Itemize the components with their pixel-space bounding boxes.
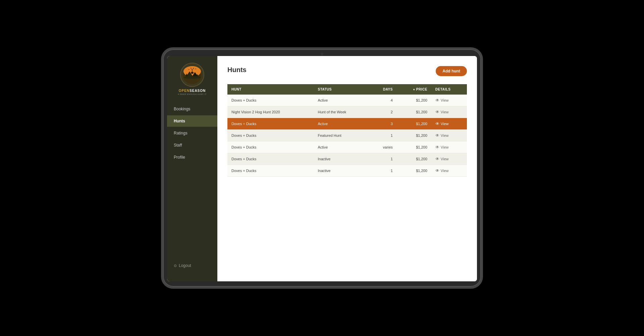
cell-details[interactable]: 👁View xyxy=(431,130,467,142)
cell-status: Hunt of the Week xyxy=(314,106,369,118)
col-days[interactable]: DAYS xyxy=(369,84,396,95)
cell-status: Active xyxy=(314,142,369,153)
col-hunt: HUNT xyxy=(227,84,314,95)
cell-status: Active xyxy=(314,118,369,130)
cell-days: 1 xyxy=(369,130,396,142)
cell-hunt: Doves + Ducks xyxy=(227,118,314,130)
view-button[interactable]: 👁View xyxy=(435,168,463,173)
col-details: DETAILS xyxy=(431,84,467,95)
sidebar-item-staff[interactable]: Staff xyxy=(167,139,217,151)
eye-icon: 👁 xyxy=(435,157,439,161)
logout-label: Logout xyxy=(179,263,191,268)
cell-days: varies xyxy=(369,142,396,153)
view-label: View xyxy=(441,122,449,126)
table-row[interactable]: Doves + DucksFeatured Hunt1$1,200👁View xyxy=(227,130,467,142)
cell-days: 4 xyxy=(369,95,396,106)
cell-price: $1,200 xyxy=(397,106,431,118)
logo-area: OPENSEASON A DEER ENOUGH HUNT IT xyxy=(178,63,207,95)
main-header: Hunts Add hunt xyxy=(227,66,467,76)
view-label: View xyxy=(441,133,449,137)
sidebar-item-profile[interactable]: Profile xyxy=(167,152,217,163)
svg-point-16 xyxy=(183,76,201,79)
page-title: Hunts xyxy=(227,66,247,74)
cell-details[interactable]: 👁View xyxy=(431,106,467,118)
view-label: View xyxy=(441,169,449,173)
table-row[interactable]: Night Vision 2 Hog Hunt 2020Hunt of the … xyxy=(227,106,467,118)
eye-icon: 👁 xyxy=(435,110,439,114)
eye-icon: 👁 xyxy=(435,145,439,150)
cell-details[interactable]: 👁View xyxy=(431,118,467,130)
view-label: View xyxy=(441,145,449,149)
col-price[interactable]: ▼PRICE xyxy=(397,84,431,95)
cell-hunt: Doves + Ducks xyxy=(227,95,314,106)
sidebar-item-ratings[interactable]: Ratings xyxy=(167,127,217,139)
tablet-screen: OPENSEASON A DEER ENOUGH HUNT IT Booking… xyxy=(167,56,477,281)
cell-price: $1,200 xyxy=(397,165,431,177)
cell-status: Featured Hunt xyxy=(314,130,369,142)
cell-details[interactable]: 👁View xyxy=(431,165,467,177)
cell-price: $1,200 xyxy=(397,142,431,153)
sidebar-item-hunts[interactable]: Hunts xyxy=(167,115,217,127)
cell-days: 1 xyxy=(369,165,396,177)
svg-point-15 xyxy=(191,72,194,74)
cell-price: $1,200 xyxy=(397,153,431,165)
logout-button[interactable]: ⊙ Logout xyxy=(167,260,217,271)
table-row[interactable]: Doves + DucksInactive1$1,200👁View xyxy=(227,153,467,165)
eye-icon: 👁 xyxy=(435,133,439,138)
cell-status: Inactive xyxy=(314,153,369,165)
eye-icon: 👁 xyxy=(435,168,439,173)
hunts-table: HUNT STATUS DAYS ▼PRICE DETAILS Doves + … xyxy=(227,84,467,177)
logo-icon xyxy=(182,65,202,85)
cell-hunt: Doves + Ducks xyxy=(227,130,314,142)
sidebar-item-bookings[interactable]: Bookings xyxy=(167,103,217,115)
cell-hunt: Night Vision 2 Hog Hunt 2020 xyxy=(227,106,314,118)
view-button[interactable]: 👁View xyxy=(435,157,463,161)
table-body: Doves + DucksActive4$1,200👁ViewNight Vis… xyxy=(227,95,467,177)
cell-days: 3 xyxy=(369,118,396,130)
cell-status: Inactive xyxy=(314,165,369,177)
cell-price: $1,200 xyxy=(397,118,431,130)
view-label: View xyxy=(441,110,449,114)
brand-tagline: A DEER ENOUGH HUNT IT xyxy=(178,93,207,95)
view-label: View xyxy=(441,157,449,161)
cell-hunt: Doves + Ducks xyxy=(227,142,314,153)
tablet-frame: OPENSEASON A DEER ENOUGH HUNT IT Booking… xyxy=(161,47,483,289)
col-status: STATUS xyxy=(314,84,369,95)
cell-details[interactable]: 👁View xyxy=(431,153,467,165)
table-row[interactable]: Doves + DucksActive4$1,200👁View xyxy=(227,95,467,106)
eye-icon: 👁 xyxy=(435,121,439,126)
view-button[interactable]: 👁View xyxy=(435,121,463,126)
sort-arrow-icon: ▼ xyxy=(413,88,415,91)
eye-icon: 👁 xyxy=(435,98,439,103)
view-button[interactable]: 👁View xyxy=(435,110,463,114)
add-hunt-button[interactable]: Add hunt xyxy=(436,66,467,76)
cell-price: $1,200 xyxy=(397,95,431,106)
cell-hunt: Doves + Ducks xyxy=(227,165,314,177)
table-row[interactable]: Doves + DucksActivevaries$1,200👁View xyxy=(227,142,467,153)
main-content: Hunts Add hunt HUNT STATUS DAYS ▼PRICE D… xyxy=(217,56,477,281)
cell-hunt: Doves + Ducks xyxy=(227,153,314,165)
cell-days: 2 xyxy=(369,106,396,118)
cell-days: 1 xyxy=(369,153,396,165)
view-button[interactable]: 👁View xyxy=(435,145,463,150)
brand-name: OPENSEASON xyxy=(179,89,206,93)
tablet-camera xyxy=(321,53,323,55)
logout-icon: ⊙ xyxy=(174,264,177,268)
view-label: View xyxy=(441,98,449,102)
sidebar: OPENSEASON A DEER ENOUGH HUNT IT Booking… xyxy=(167,56,217,281)
view-button[interactable]: 👁View xyxy=(435,98,463,103)
table-row[interactable]: Doves + DucksInactive1$1,200👁View xyxy=(227,165,467,177)
sidebar-nav: Bookings Hunts Ratings Staff Profile xyxy=(167,103,217,163)
cell-price: $1,200 xyxy=(397,130,431,142)
cell-details[interactable]: 👁View xyxy=(431,95,467,106)
table-row[interactable]: Doves + DucksActive3$1,200👁View xyxy=(227,118,467,130)
cell-status: Active xyxy=(314,95,369,106)
table-header: HUNT STATUS DAYS ▼PRICE DETAILS xyxy=(227,84,467,95)
sidebar-bottom: ⊙ Logout xyxy=(167,163,217,275)
view-button[interactable]: 👁View xyxy=(435,133,463,138)
logo-circle xyxy=(180,63,204,87)
cell-details[interactable]: 👁View xyxy=(431,142,467,153)
